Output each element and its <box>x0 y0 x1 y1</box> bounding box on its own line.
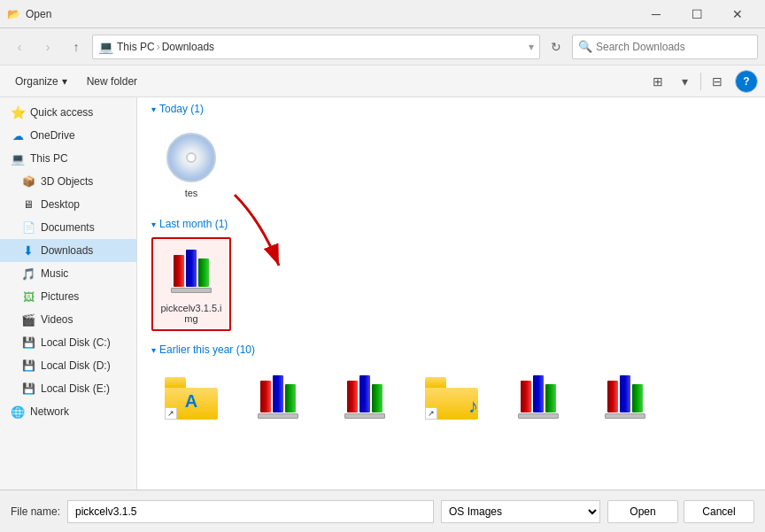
file-item-6[interactable] <box>585 363 665 436</box>
shortcut-arrow-icon: ↗ <box>425 407 437 420</box>
file-item-tes[interactable]: tes <box>151 122 231 205</box>
toolbar: ‹ › ↑ 💻 This PC › Downloads ▾ ↻ 🔍 <box>0 28 765 66</box>
new-folder-button[interactable]: New folder <box>79 70 145 93</box>
sidebar-item-quick-access[interactable]: ⭐ Quick access <box>0 101 136 124</box>
pictures-icon: 🖼 <box>21 289 35 304</box>
file-item-1[interactable]: A ↗ <box>151 363 231 436</box>
view-details-button[interactable]: ▾ <box>672 70 697 93</box>
layout-button[interactable]: ⊟ <box>705 70 730 93</box>
sidebar-label: Network <box>30 405 69 418</box>
sidebar-item-local-c[interactable]: 💾 Local Disk (C:) <box>0 331 136 354</box>
back-button[interactable]: ‹ <box>7 35 32 59</box>
sidebar-item-local-e[interactable]: 💾 Local Disk (E:) <box>0 377 136 400</box>
section-last-month[interactable]: ▾ Last month (1) <box>137 212 765 234</box>
sidebar-item-downloads[interactable]: ⬇ Downloads <box>0 239 136 262</box>
file-icon-4: ♪ ↗ <box>423 370 480 427</box>
folder-icon: 📦 <box>21 174 35 189</box>
search-icon: 🔍 <box>578 40 592 53</box>
sidebar-label: 3D Objects <box>41 175 93 188</box>
help-button[interactable]: ? <box>735 70 758 93</box>
download-icon: ⬇ <box>21 243 35 258</box>
divider <box>700 73 701 90</box>
disk-d-icon: 💾 <box>21 359 35 373</box>
file-icon-tes <box>163 129 220 186</box>
sidebar-item-music[interactable]: 🎵 Music <box>0 262 136 285</box>
sidebar-item-3d-objects[interactable]: 📦 3D Objects <box>0 170 136 193</box>
section-earlier[interactable]: ▾ Earlier this year (10) <box>137 338 765 359</box>
disc-icon <box>166 133 216 182</box>
sidebar-item-network[interactable]: 🌐 Network <box>0 400 136 423</box>
open-button[interactable]: Open <box>607 500 678 523</box>
file-icon-3 <box>336 370 393 427</box>
file-item-2[interactable] <box>238 363 318 436</box>
sidebar-label: Desktop <box>41 198 80 211</box>
today-files: tes <box>137 119 765 212</box>
organize-button[interactable]: Organize ▾ <box>7 70 75 93</box>
maximize-button[interactable]: ☐ <box>676 0 717 28</box>
winrar-icon <box>344 375 386 421</box>
winrar-icon <box>257 375 299 421</box>
forward-button[interactable]: › <box>35 35 60 59</box>
address-bar[interactable]: 💻 This PC › Downloads ▾ <box>92 35 540 59</box>
search-input[interactable] <box>596 41 752 53</box>
star-icon: ⭐ <box>11 105 25 120</box>
network-icon: 🌐 <box>11 405 25 419</box>
cancel-button[interactable]: Cancel <box>684 500 754 523</box>
bottom-bar: File name: OS Images Open Cancel <box>0 490 765 532</box>
sidebar-item-desktop[interactable]: 🖥 Desktop <box>0 193 136 216</box>
file-item-3[interactable] <box>325 363 405 436</box>
sidebar-label: Documents <box>41 221 95 234</box>
file-icon-1: A ↗ <box>163 370 220 427</box>
filename-input[interactable] <box>67 500 434 523</box>
up-button[interactable]: ↑ <box>64 35 89 59</box>
minimize-button[interactable]: ─ <box>636 0 676 28</box>
file-label: pickcelv3.1.5.img <box>157 303 226 324</box>
sidebar-label: Local Disk (D:) <box>41 359 111 372</box>
section-title: Earlier this year (10) <box>159 343 255 356</box>
refresh-button[interactable]: ↻ <box>544 35 568 59</box>
view-icons-button[interactable]: ⊞ <box>645 70 670 93</box>
section-today[interactable]: ▾ Today (1) <box>137 97 765 119</box>
sidebar-item-this-pc[interactable]: 💻 This PC <box>0 147 136 170</box>
file-icon-5 <box>510 370 567 427</box>
sidebar-item-local-d[interactable]: 💾 Local Disk (D:) <box>0 354 136 377</box>
sidebar-item-pictures[interactable]: 🖼 Pictures <box>0 285 136 308</box>
window-title: Open <box>26 8 51 20</box>
sidebar-label: Music <box>41 267 68 280</box>
title-bar: 📂 Open ─ ☐ ✕ <box>0 0 765 28</box>
disk-c-icon: 💾 <box>21 335 35 350</box>
cloud-icon: ☁ <box>11 128 25 143</box>
folder-a-icon: A ↗ <box>165 377 218 420</box>
file-item-4[interactable]: ♪ ↗ <box>412 363 491 436</box>
sidebar-label: Pictures <box>41 290 79 303</box>
title-icon: 📂 <box>7 8 20 20</box>
search-box[interactable]: 🔍 <box>572 35 758 59</box>
address-part-1[interactable]: This PC <box>117 41 155 53</box>
file-icon-6 <box>597 370 653 427</box>
file-item-5[interactable] <box>498 363 578 436</box>
sidebar-item-onedrive[interactable]: ☁ OneDrive <box>0 124 136 147</box>
shortcut-arrow-icon: ↗ <box>165 407 177 420</box>
sidebar: ⭐ Quick access ☁ OneDrive 💻 This PC 📦 3D… <box>0 97 137 490</box>
sidebar-label: Videos <box>41 313 73 326</box>
sidebar-label: This PC <box>30 152 68 165</box>
organize-label: Organize <box>15 75 58 88</box>
filetype-select[interactable]: OS Images <box>441 500 600 523</box>
sidebar-item-videos[interactable]: 🎬 Videos <box>0 308 136 331</box>
address-part-2[interactable]: Downloads <box>162 41 214 53</box>
sidebar-item-documents[interactable]: 📄 Documents <box>0 216 136 239</box>
winrar-icon <box>604 375 646 421</box>
content-area: ▾ Today (1) tes ▾ Last month (1) <box>137 97 765 490</box>
filename-label: File name: <box>11 505 60 518</box>
winrar-icon <box>170 250 212 296</box>
sidebar-label: Downloads <box>41 244 93 257</box>
sidebar-label: Quick access <box>30 106 93 119</box>
chevron-icon: ▾ <box>151 104 156 114</box>
close-button[interactable]: ✕ <box>717 0 758 28</box>
disk-e-icon: 💾 <box>21 382 35 396</box>
documents-icon: 📄 <box>21 220 35 235</box>
file-item-pickcel[interactable]: pickcelv3.1.5.img <box>151 237 231 331</box>
music-icon: 🎵 <box>21 266 35 281</box>
new-folder-label: New folder <box>87 75 137 88</box>
address-dropdown-icon[interactable]: ▾ <box>529 41 534 53</box>
